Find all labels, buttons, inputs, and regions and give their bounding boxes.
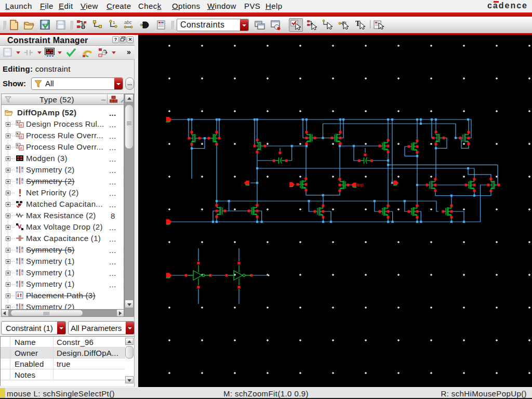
svg-text:a: a xyxy=(20,135,22,138)
svg-text:a: a xyxy=(20,146,22,150)
svg-text:¶: ¶ xyxy=(17,132,19,136)
svg-text:a: a xyxy=(20,123,22,127)
svg-text:¶: ¶ xyxy=(17,144,19,148)
svg-text:1: 1 xyxy=(113,20,115,25)
svg-text:Inp: Inp xyxy=(357,182,364,188)
svg-text:abc: abc xyxy=(124,20,132,25)
svg-text:V: V xyxy=(18,223,22,230)
svg-text:¶: ¶ xyxy=(17,121,19,125)
